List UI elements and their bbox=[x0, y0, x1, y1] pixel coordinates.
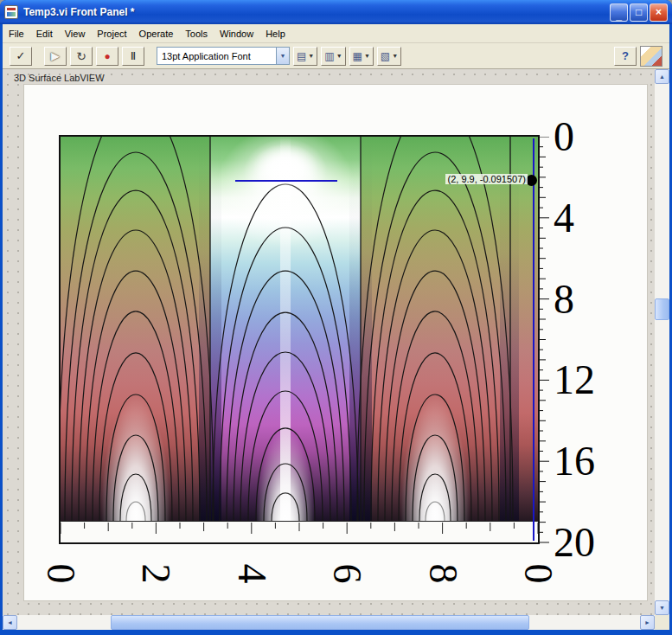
cursor-tooltip: (2, 9.9, -0.091507) bbox=[445, 174, 528, 184]
front-panel-canvas: (2, 9.9, -0.091507) 0 4 8 12 16 20 0 2 4… bbox=[24, 85, 647, 600]
scroll-up-button[interactable]: ▲ bbox=[655, 69, 669, 84]
cursor-vertical-line bbox=[533, 138, 534, 541]
x-axis-label: 8 bbox=[423, 564, 463, 584]
help-icon: ? bbox=[622, 49, 629, 62]
run-icon: ▶ bbox=[51, 49, 60, 62]
pause-button[interactable]: ‖ bbox=[122, 47, 144, 66]
vi-file-icon bbox=[4, 5, 18, 19]
menu-item-help[interactable]: Help bbox=[259, 26, 291, 42]
window-title: Temp3.vi Front Panel * bbox=[23, 6, 610, 18]
run-continuous-button[interactable]: ↻ bbox=[70, 47, 93, 66]
horizontal-scroll-thumb[interactable] bbox=[111, 615, 529, 630]
abort-icon: ● bbox=[104, 50, 110, 62]
maximize-icon: □ bbox=[636, 7, 642, 17]
abort-button[interactable]: ● bbox=[96, 47, 118, 66]
vertical-scrollbar[interactable]: ▲ ▼ bbox=[655, 69, 669, 615]
x-axis-label: 6 bbox=[327, 564, 367, 584]
chevron-down-icon: ▼ bbox=[364, 53, 370, 59]
resize-objects-button[interactable]: ▦ ▼ bbox=[349, 47, 374, 66]
y-axis-label: 20 bbox=[554, 522, 595, 563]
chevron-down-icon: ▼ bbox=[308, 53, 314, 59]
x-axis-label: 0 bbox=[41, 564, 80, 584]
surface-plot-control[interactable]: (2, 9.9, -0.091507) bbox=[59, 135, 540, 544]
vi-icon-indicator[interactable] bbox=[640, 46, 662, 67]
surface-render bbox=[61, 137, 538, 542]
font-selector-value: 13pt Application Font bbox=[157, 47, 276, 65]
menu-item-window[interactable]: Window bbox=[214, 26, 259, 42]
y-axis-label: 4 bbox=[554, 197, 574, 239]
window-controls: _ □ × bbox=[610, 3, 668, 22]
minimize-icon: _ bbox=[616, 10, 622, 21]
y-axis-labels: 0 4 8 12 16 20 bbox=[554, 137, 643, 542]
scroll-down-button[interactable]: ▼ bbox=[655, 600, 669, 615]
menu-item-view[interactable]: View bbox=[59, 26, 92, 42]
pause-icon: ‖ bbox=[131, 50, 136, 62]
check-icon: ✓ bbox=[16, 49, 26, 62]
align-objects-button[interactable]: ▤ ▼ bbox=[293, 47, 317, 66]
scrollbar-corner bbox=[655, 615, 669, 630]
scroll-left-button[interactable]: ◄ bbox=[3, 615, 17, 630]
horizontal-scroll-track[interactable] bbox=[17, 615, 640, 630]
close-icon: × bbox=[656, 7, 662, 17]
menu-item-file[interactable]: File bbox=[3, 26, 30, 42]
chevron-down-icon: ▼ bbox=[336, 53, 342, 59]
front-panel-workspace: 3D Surface LabVIEW bbox=[3, 69, 655, 615]
menu-item-project[interactable]: Project bbox=[91, 26, 132, 42]
chevron-down-icon: ▼ bbox=[392, 53, 398, 59]
distribute-objects-button[interactable]: ▥ ▼ bbox=[321, 47, 345, 66]
scroll-down-icon: ▼ bbox=[659, 605, 665, 611]
menu-item-operate[interactable]: Operate bbox=[133, 26, 180, 42]
y-axis-label: 16 bbox=[554, 440, 595, 482]
align-objects-icon: ▤ bbox=[297, 50, 306, 62]
resize-objects-icon: ▦ bbox=[353, 50, 362, 62]
horizontal-scrollbar[interactable]: ◄ ► bbox=[3, 615, 655, 630]
vertical-scroll-thumb[interactable] bbox=[655, 298, 669, 320]
run-continuous-icon: ↻ bbox=[76, 49, 86, 63]
scroll-up-icon: ▲ bbox=[659, 74, 665, 80]
reorder-objects-button[interactable]: ▧ ▼ bbox=[377, 47, 401, 66]
reorder-objects-icon: ▧ bbox=[381, 50, 390, 62]
plot-caption: 3D Surface LabVIEW bbox=[14, 73, 105, 83]
y-axis-ticks bbox=[540, 137, 552, 543]
labview-window: Temp3.vi Front Panel * _ □ × File Edit V… bbox=[0, 0, 672, 635]
x-axis-labels: 0 2 4 6 8 0 bbox=[61, 544, 538, 612]
menubar: File Edit View Project Operate Tools Win… bbox=[3, 24, 669, 43]
scroll-left-icon: ◄ bbox=[7, 619, 13, 625]
menu-item-tools[interactable]: Tools bbox=[179, 26, 214, 42]
scroll-right-button[interactable]: ► bbox=[640, 615, 655, 630]
font-selector[interactable]: 13pt Application Font ▼ bbox=[157, 47, 290, 65]
menu-item-edit[interactable]: Edit bbox=[30, 26, 59, 42]
y-axis-label: 12 bbox=[554, 359, 595, 401]
y-axis-label: 8 bbox=[554, 279, 574, 320]
distribute-objects-icon: ▥ bbox=[324, 50, 334, 62]
titlebar[interactable]: Temp3.vi Front Panel * _ □ × bbox=[0, 0, 672, 24]
context-help-button[interactable]: ? bbox=[614, 47, 637, 66]
scroll-right-icon: ► bbox=[644, 619, 650, 625]
vertical-scroll-track[interactable] bbox=[655, 84, 669, 600]
confirm-button[interactable]: ✓ bbox=[10, 47, 32, 66]
x-axis-label: 0 bbox=[518, 564, 558, 584]
chevron-down-icon: ▼ bbox=[276, 47, 290, 65]
run-button[interactable]: ▶ bbox=[44, 47, 67, 66]
minimize-button[interactable]: _ bbox=[610, 3, 628, 22]
x-axis-label: 2 bbox=[136, 564, 176, 584]
x-axis-label: 4 bbox=[232, 564, 272, 584]
cursor-horizontal-line bbox=[235, 180, 337, 182]
toolbar: ✓ ▶ ↻ ● ‖ 13pt Application Font ▼ ▤ ▼ ▥ … bbox=[3, 43, 669, 69]
y-axis-label: 0 bbox=[554, 116, 574, 157]
close-button[interactable]: × bbox=[650, 3, 668, 22]
maximize-button[interactable]: □ bbox=[630, 3, 648, 22]
